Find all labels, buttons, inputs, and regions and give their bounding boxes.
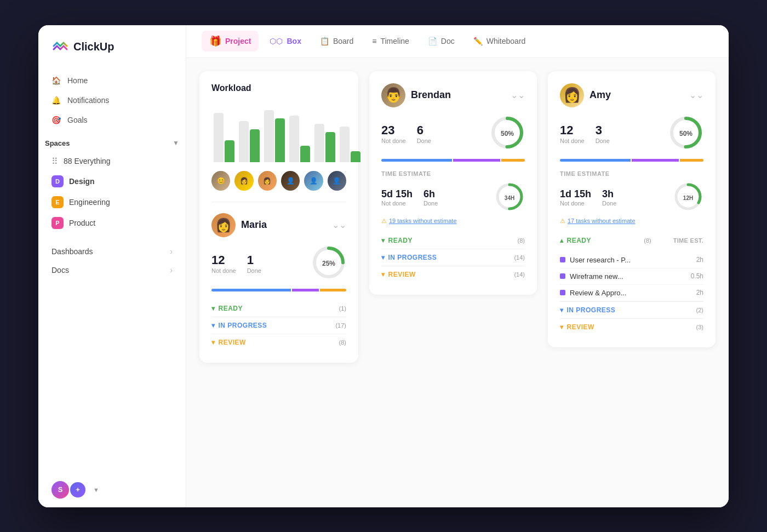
brendan-time-section: TIME ESTIMATE 5d 15h Not done 6h Done	[381, 170, 525, 225]
product-badge: P	[51, 217, 64, 229]
brendan-stats-row: 23 Not done 6 Done 50%	[381, 115, 525, 152]
logo-area[interactable]: ClickUp	[38, 38, 186, 71]
sidebar-item-dashboards[interactable]: Dashboards ›	[45, 242, 179, 261]
bar-bg-1	[214, 113, 224, 162]
dashboards-chevron-icon: ›	[170, 247, 173, 256]
bar-green-2	[250, 129, 260, 162]
amy-stats-row: 12 Not done 3 Done 50%	[560, 115, 703, 152]
workload-avatar-3: 👩	[258, 171, 277, 191]
amy-expand-icon[interactable]: ⌄⌄	[689, 90, 703, 100]
maria-donut: 25%	[311, 245, 346, 282]
brendan-status-ready[interactable]: ▾ READY (8)	[381, 232, 525, 249]
spaces-section-header[interactable]: Spaces ▼	[38, 139, 186, 147]
amy-progress-bar	[560, 159, 703, 162]
app-window: ClickUp 🏠 Home 🔔 Notifications 🎯 Goals	[38, 25, 729, 507]
bar-group-4	[289, 116, 310, 162]
task-dot-3	[560, 290, 565, 295]
sidebar-item-engineering[interactable]: E Engineering	[45, 192, 179, 213]
brendan-done-time: 6h Done	[423, 188, 438, 207]
maria-stats-row: 12 Not done 1 Done	[211, 245, 346, 282]
brendan-header: 👨 Brendan ⌄⌄	[381, 83, 525, 107]
bar-green-5	[325, 132, 335, 162]
task-item-3[interactable]: Review & Appro... 2h	[560, 285, 703, 301]
tab-box[interactable]: ⬡⬡ Box	[262, 32, 308, 50]
tab-board[interactable]: 📋 Board	[312, 32, 361, 50]
maria-status-ready[interactable]: ▾ READY (1)	[211, 300, 346, 317]
amy-status-review[interactable]: ▾ REVIEW (3)	[560, 318, 703, 335]
tab-whiteboard[interactable]: ✏️ Whiteboard	[466, 32, 534, 50]
b-review-chevron: ▾	[381, 271, 385, 278]
brendan-info: 👨 Brendan	[381, 83, 451, 107]
timeline-icon: ≡	[372, 37, 376, 45]
brendan-name: Brendan	[411, 89, 451, 101]
brendan-time-donut: 34H	[494, 181, 525, 214]
sidebar-item-goals[interactable]: 🎯 Goals	[45, 111, 179, 129]
tab-timeline[interactable]: ≡ Timeline	[364, 32, 417, 50]
amy-header: 👩 Amy ⌄⌄	[560, 83, 703, 107]
amy-done-time: 3h Done	[602, 188, 616, 207]
maria-progress-bar	[211, 289, 346, 291]
notifications-icon: 🔔	[51, 96, 61, 105]
amy-status-ready[interactable]: ▴ READY (8) TIME EST.	[560, 232, 703, 249]
task-item-2[interactable]: Wireframe new... 0.5h	[560, 268, 703, 285]
task-item-1[interactable]: User research - P... 2h	[560, 252, 703, 268]
sidebar-item-home[interactable]: 🏠 Home	[45, 71, 179, 90]
design-badge: D	[51, 175, 64, 187]
tab-project[interactable]: 🎁 Project	[202, 31, 259, 52]
bar-bg-2	[239, 121, 249, 162]
box-icon: ⬡⬡	[270, 37, 283, 45]
app-body: ClickUp 🏠 Home 🔔 Notifications 🎯 Goals	[38, 25, 729, 507]
amy-name: Amy	[589, 89, 611, 101]
bar-group-2	[239, 121, 260, 162]
brendan-donut: 50%	[490, 115, 525, 152]
user-area[interactable]: S + ▼	[38, 472, 186, 499]
bar-green-4	[300, 146, 310, 162]
brendan-status-inprogress[interactable]: ▾ IN PROGRESS (14)	[381, 249, 525, 266]
amy-not-done: 12 Not done	[560, 123, 585, 144]
a-ready-chevron: ▴	[560, 237, 564, 244]
bar-green-1	[225, 140, 234, 162]
workload-title: Workload	[211, 83, 346, 93]
amy-card: 👩 Amy ⌄⌄ 12 Not done 3 Done	[548, 71, 716, 347]
sidebar-item-notifications[interactable]: 🔔 Notifications	[45, 91, 179, 110]
amy-done: 3 Done	[596, 123, 610, 144]
maria-status-inprogress[interactable]: ▾ IN PROGRESS (17)	[211, 317, 346, 334]
brendan-not-done: 23 Not done	[381, 123, 406, 144]
brendan-status-review[interactable]: ▾ REVIEW (14)	[381, 266, 525, 283]
brendan-expand-icon[interactable]: ⌄⌄	[511, 90, 525, 100]
maria-status-review[interactable]: ▾ REVIEW (8)	[211, 334, 346, 351]
amy-status-inprogress[interactable]: ▾ IN PROGRESS (2)	[560, 301, 703, 318]
maria-not-done: 12 Not done	[211, 253, 236, 274]
brendan-avatar: 👨	[381, 83, 405, 107]
everything-icon: ⠿	[51, 156, 58, 167]
maria-avatar: 👩	[211, 213, 236, 237]
user-dropdown-icon: ▼	[93, 487, 99, 493]
maria-header: 👩 Maria ⌄⌄	[211, 213, 346, 237]
home-icon: 🏠	[51, 76, 61, 85]
sidebar-item-everything[interactable]: ⠿ 88 Everything	[45, 152, 179, 171]
amy-donut: 50%	[668, 115, 703, 152]
maria-done: 1 Done	[247, 253, 261, 274]
bar-group-5	[314, 124, 335, 162]
tab-doc[interactable]: 📄 Doc	[420, 32, 462, 50]
engineering-badge: E	[51, 196, 64, 208]
bar-bg-3	[264, 110, 274, 162]
doc-icon: 📄	[428, 37, 437, 45]
sidebar-item-docs[interactable]: Docs ›	[45, 261, 179, 279]
task-dot-2	[560, 273, 565, 279]
workload-card: Workload	[199, 71, 358, 363]
maria-expand-icon[interactable]: ⌄⌄	[332, 220, 346, 230]
brendan-progress-bar	[381, 159, 525, 162]
logo-text: ClickUp	[73, 41, 114, 53]
sidebar-bottom-links: Dashboards › Docs ›	[38, 242, 186, 279]
workload-avatar-5: 👤	[304, 171, 323, 191]
brendan-card: 👨 Brendan ⌄⌄ 23 Not done 6	[369, 71, 537, 295]
user-avatar-secondary: +	[69, 481, 87, 499]
bar-bg-4	[289, 116, 299, 162]
sidebar-item-product[interactable]: P Product	[45, 213, 179, 233]
workload-avatar-2: 👩	[234, 171, 253, 191]
brendan-not-done-time: 5d 15h Not done	[381, 188, 413, 207]
sidebar-item-design[interactable]: D Design	[45, 171, 179, 192]
content-area: Workload	[186, 58, 729, 507]
amy-task-list: User research - P... 2h Wireframe new...…	[560, 252, 703, 301]
